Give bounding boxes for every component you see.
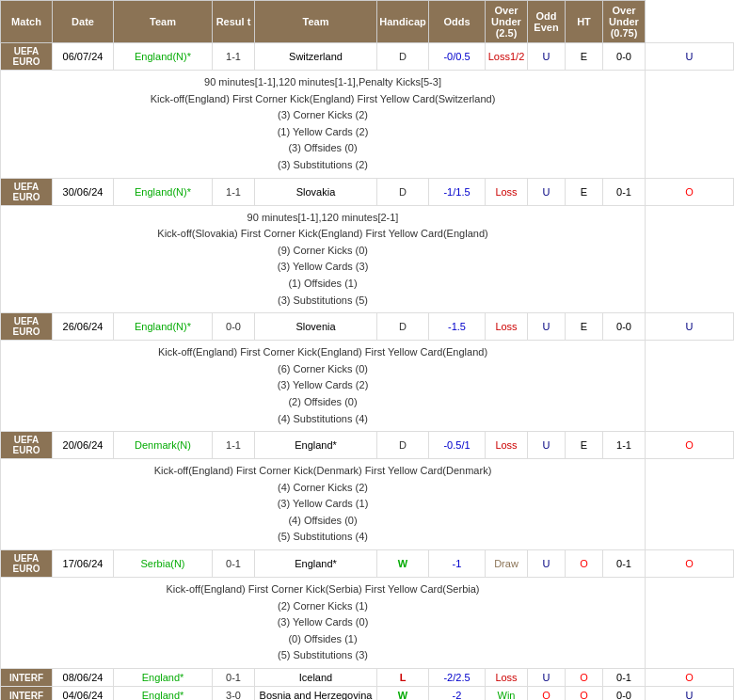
handicap-cell: L — [377, 669, 429, 687]
odds-cell: Draw — [486, 550, 528, 578]
table-row: UEFA EURO06/07/24England(N)*1-1Switzerla… — [1, 43, 734, 71]
ht-cell: 0-1 — [603, 178, 646, 205]
ht-cell: 0-0 — [603, 313, 646, 341]
ou075-cell: O — [646, 432, 734, 459]
oe-cell: E — [566, 43, 603, 71]
date-cell: 06/07/24 — [53, 43, 114, 71]
ou25-cell: U — [528, 432, 566, 459]
handicap-val-cell: -1 — [429, 550, 486, 578]
ou25-cell: U — [528, 178, 566, 205]
col-oe: Odd Even — [528, 1, 566, 43]
table-row: UEFA EURO20/06/24Denmark(N)1-1England*D-… — [1, 432, 734, 459]
table-row: UEFA EURO17/06/24Serbia(N)0-1England*W-1… — [1, 550, 734, 578]
ou25-cell: U — [528, 669, 566, 687]
col-date: Date — [53, 1, 114, 43]
handicap-val-cell: -1.5 — [429, 313, 486, 341]
match-cell: UEFA EURO — [1, 432, 53, 459]
team1-cell: England(N)* — [114, 43, 213, 71]
result-cell: 1-1 — [213, 43, 255, 71]
team1-cell: Denmark(N) — [114, 432, 213, 459]
col-handicap: Handicap — [377, 1, 429, 43]
odds-cell: Win — [486, 687, 528, 700]
date-cell: 26/06/24 — [53, 313, 114, 341]
date-cell: 04/06/24 — [53, 687, 114, 700]
result-cell: 0-0 — [213, 313, 255, 341]
handicap-val-cell: -0/0.5 — [429, 43, 486, 71]
team1-cell: England(N)* — [114, 178, 213, 205]
team1-cell: England* — [114, 669, 213, 687]
detail-cell: Kick-off(England) First Corner Kick(Engl… — [1, 341, 646, 432]
date-cell: 20/06/24 — [53, 432, 114, 459]
ou075-cell: U — [646, 687, 734, 700]
ou075-cell: U — [646, 43, 734, 71]
col-ou25: Over Under (2.5) — [486, 1, 528, 43]
table-row: INTERF08/06/24England*0-1IcelandL-2/2.5L… — [1, 669, 734, 687]
handicap-val-cell: -1/1.5 — [429, 178, 486, 205]
handicap-val-cell: -2 — [429, 687, 486, 700]
result-cell: 1-1 — [213, 178, 255, 205]
col-team1: Team — [114, 1, 213, 43]
match-cell: UEFA EURO — [1, 43, 53, 71]
result-cell: 1-1 — [213, 432, 255, 459]
team2-cell: Slovenia — [255, 313, 377, 341]
detail-cell: 90 minutes[1-1],120 minutes[2-1]Kick-off… — [1, 205, 646, 313]
odds-cell: Loss — [486, 669, 528, 687]
handicap-cell: W — [377, 687, 429, 700]
team2-cell: Switzerland — [255, 43, 377, 71]
oe-cell: O — [566, 669, 603, 687]
detail-row: Kick-off(England) First Corner Kick(Serb… — [1, 578, 734, 669]
oe-cell: E — [566, 178, 603, 205]
result-cell: 0-1 — [213, 669, 255, 687]
match-cell: INTERF — [1, 687, 53, 700]
handicap-cell: D — [377, 43, 429, 71]
detail-row: Kick-off(England) First Corner Kick(Engl… — [1, 341, 734, 432]
date-cell: 08/06/24 — [53, 669, 114, 687]
ou075-cell: O — [646, 178, 734, 205]
col-odds: Odds — [429, 1, 486, 43]
team2-cell: Slovakia — [255, 178, 377, 205]
oe-cell: E — [566, 313, 603, 341]
oe-cell: E — [566, 432, 603, 459]
table-row: UEFA EURO30/06/24England(N)*1-1SlovakiaD… — [1, 178, 734, 205]
col-ou075: Over Under (0.75) — [603, 1, 646, 43]
detail-row: 90 minutes[1-1],120 minutes[1-1],Penalty… — [1, 71, 734, 179]
team1-cell: Serbia(N) — [114, 550, 213, 578]
ou075-cell: O — [646, 550, 734, 578]
table-row: INTERF04/06/24England*3-0Bosnia and Herz… — [1, 687, 734, 700]
team1-cell: England* — [114, 687, 213, 700]
ht-cell: 0-1 — [603, 550, 646, 578]
ht-cell: 0-0 — [603, 687, 646, 700]
handicap-cell: W — [377, 550, 429, 578]
col-result: Resul t — [213, 1, 255, 43]
handicap-cell: D — [377, 313, 429, 341]
handicap-val-cell: -0.5/1 — [429, 432, 486, 459]
handicap-cell: D — [377, 432, 429, 459]
team2-cell: England* — [255, 432, 377, 459]
handicap-cell: D — [377, 178, 429, 205]
table-row: UEFA EURO26/06/24England(N)*0-0SloveniaD… — [1, 313, 734, 341]
col-match: Match — [1, 1, 53, 43]
match-cell: UEFA EURO — [1, 313, 53, 341]
team2-cell: England* — [255, 550, 377, 578]
ou25-cell: U — [528, 550, 566, 578]
team2-cell: Bosnia and Herzegovina — [255, 687, 377, 700]
main-table: Match Date Team Resul t Team Handicap Od… — [0, 0, 734, 700]
col-team2: Team — [255, 1, 377, 43]
ht-cell: 1-1 — [603, 432, 646, 459]
match-cell: INTERF — [1, 669, 53, 687]
team1-cell: England(N)* — [114, 313, 213, 341]
odds-cell: Loss — [486, 313, 528, 341]
detail-row: Kick-off(England) First Corner Kick(Denm… — [1, 459, 734, 550]
handicap-val-cell: -2/2.5 — [429, 669, 486, 687]
oe-cell: O — [566, 687, 603, 700]
ou25-cell: O — [528, 687, 566, 700]
date-cell: 17/06/24 — [53, 550, 114, 578]
col-ht: HT — [566, 1, 603, 43]
odds-cell: Loss — [486, 432, 528, 459]
result-cell: 0-1 — [213, 550, 255, 578]
ht-cell: 0-0 — [603, 43, 646, 71]
detail-cell: Kick-off(England) First Corner Kick(Denm… — [1, 459, 646, 550]
ou075-cell: U — [646, 313, 734, 341]
ou25-cell: U — [528, 43, 566, 71]
odds-cell: Loss1/2 — [486, 43, 528, 71]
